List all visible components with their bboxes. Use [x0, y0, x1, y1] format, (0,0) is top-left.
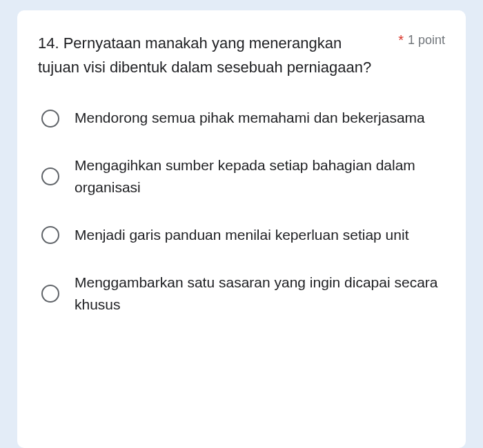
options-list: Mendorong semua pihak memahami dan beker… [38, 107, 445, 316]
radio-icon[interactable] [41, 285, 59, 303]
option-label: Mengagihkan sumber kepada setiap bahagia… [75, 154, 445, 199]
option-2[interactable]: Mengagihkan sumber kepada setiap bahagia… [41, 154, 445, 199]
radio-icon[interactable] [41, 110, 59, 128]
option-label: Mendorong semua pihak memahami dan beker… [75, 107, 425, 130]
option-3[interactable]: Menjadi garis panduan menilai keperluan … [41, 224, 445, 247]
question-card: 14. Pernyataan manakah yang menerangkan … [17, 10, 466, 448]
option-4[interactable]: Menggambarkan satu sasaran yang ingin di… [41, 272, 445, 316]
option-label: Menggambarkan satu sasaran yang ingin di… [75, 272, 445, 316]
required-asterisk-icon: * [398, 32, 404, 48]
option-1[interactable]: Mendorong semua pihak memahami dan beker… [41, 107, 445, 130]
points-wrapper: * 1 point [398, 32, 445, 48]
points-label: 1 point [408, 33, 445, 48]
question-text: 14. Pernyataan manakah yang menerangkan … [38, 31, 398, 79]
radio-icon[interactable] [41, 167, 59, 185]
radio-icon[interactable] [41, 226, 59, 244]
question-header: 14. Pernyataan manakah yang menerangkan … [38, 31, 445, 79]
option-label: Menjadi garis panduan menilai keperluan … [75, 224, 408, 247]
